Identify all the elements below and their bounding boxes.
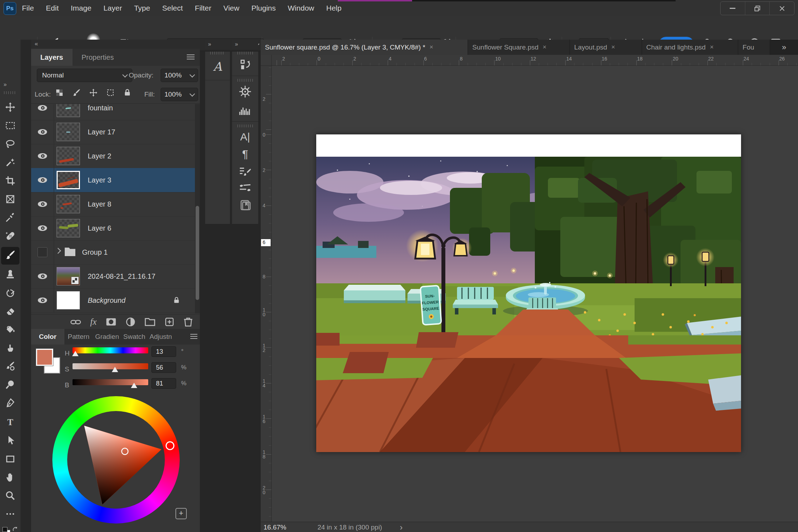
link-layers-icon[interactable] — [70, 317, 81, 326]
tab-close-icon[interactable]: × — [611, 44, 615, 51]
more-tools-ellipsis-icon[interactable] — [5, 509, 16, 519]
saturation-slider[interactable] — [73, 363, 148, 369]
layer-name[interactable]: Layer 2 — [88, 144, 111, 168]
paint-bucket-tool[interactable] — [5, 324, 16, 335]
layer-name[interactable]: 2024-08-21_21.16.17 — [88, 264, 155, 288]
tab-fountain-clipped[interactable]: Fou — [738, 40, 770, 55]
tab-overflow-chevrons[interactable]: » — [770, 40, 798, 55]
tab-layout[interactable]: Layout.psd × — [570, 40, 642, 55]
default-colors-icon[interactable] — [2, 527, 10, 532]
layer-thumbnail[interactable] — [57, 195, 80, 213]
layer-name[interactable]: Background — [88, 288, 126, 312]
histogram-panel-icon[interactable] — [232, 106, 258, 116]
canvas-image[interactable]: SUN- FLOWER SQUARE — [316, 157, 741, 452]
blend-mode-select[interactable]: Normal — [37, 69, 132, 82]
layer-mask-icon[interactable] — [106, 317, 116, 326]
visibility-eye-icon[interactable] — [38, 297, 47, 303]
visibility-eye-icon[interactable] — [38, 201, 47, 207]
dock-expand-chevrons[interactable]: » — [205, 40, 230, 49]
layer-row-3-selected[interactable]: Layer 3 — [31, 168, 200, 192]
layer-effects-fx-icon[interactable]: fx — [90, 317, 97, 327]
version-history-panel-icon[interactable] — [232, 59, 258, 71]
layer-row-smart-object[interactable]: 2024-08-21_21.16.17 — [31, 264, 200, 289]
menu-view[interactable]: View — [224, 4, 239, 12]
path-selection-tool[interactable] — [5, 435, 16, 446]
navigator-ship-wheel-icon[interactable] — [232, 85, 258, 98]
layer-thumbnail[interactable] — [57, 219, 80, 237]
hue-slider[interactable] — [73, 347, 148, 353]
smudge-tool[interactable] — [5, 342, 16, 353]
add-swatch-button[interactable]: + — [175, 508, 187, 519]
spot-healing-brush-tool[interactable] — [5, 231, 16, 241]
color-wheel-triangle[interactable] — [52, 396, 180, 524]
status-chevron[interactable]: › — [400, 522, 403, 532]
layer-row-17[interactable]: Layer 17 — [31, 120, 200, 144]
layers-scrollbar-thumb[interactable] — [196, 206, 199, 300]
restore-button[interactable] — [745, 2, 770, 15]
delete-layer-trash-icon[interactable] — [184, 317, 193, 327]
eyedropper-tool[interactable] — [5, 212, 16, 223]
rectangular-marquee-tool[interactable] — [5, 120, 16, 131]
type-tool[interactable]: T — [5, 417, 16, 427]
frame-tool[interactable] — [5, 194, 16, 204]
visibility-eye-icon[interactable] — [38, 153, 47, 159]
visibility-eye-icon[interactable] — [38, 273, 47, 279]
brush-tool-selected[interactable] — [5, 250, 16, 260]
color-fg-swatch[interactable] — [36, 349, 53, 366]
tab-close-icon[interactable]: × — [710, 44, 714, 51]
menu-image[interactable]: Image — [71, 4, 91, 12]
visibility-eye-icon[interactable] — [38, 225, 47, 231]
lock-all-icon[interactable] — [123, 88, 132, 97]
tab-gradients[interactable]: Gradien — [93, 333, 121, 341]
visibility-eye-icon[interactable] — [38, 105, 47, 111]
new-group-folder-icon[interactable] — [145, 317, 155, 326]
layer-name[interactable]: Group 1 — [82, 240, 108, 264]
menu-layer[interactable]: Layer — [103, 4, 122, 12]
brightness-value-field[interactable]: 81 — [151, 378, 176, 389]
color-panel-menu-icon[interactable] — [190, 334, 197, 335]
zoom-level-field[interactable]: 16.67% — [264, 524, 286, 531]
visibility-eye-icon[interactable] — [38, 177, 47, 183]
menu-help[interactable]: Help — [326, 4, 341, 12]
photoshop-logo[interactable]: Ps — [4, 2, 16, 15]
character-panel-icon[interactable]: A| — [232, 131, 258, 143]
mixer-brush-tool[interactable] — [5, 361, 16, 371]
layer-row-background[interactable]: Background — [31, 288, 200, 313]
layer-row-2[interactable]: Layer 2 — [31, 144, 200, 168]
paragraph-panel-icon[interactable]: ¶ — [232, 148, 258, 161]
dock-expand-chevrons[interactable]: » — [232, 40, 258, 49]
rectangle-tool[interactable] — [5, 453, 16, 464]
menu-type[interactable]: Type — [134, 4, 150, 12]
panel-menu-icon[interactable] — [187, 54, 195, 55]
menu-filter[interactable]: Filter — [195, 4, 212, 12]
tab-swatches[interactable]: Swatch — [121, 333, 147, 341]
tab-properties[interactable]: Properties — [73, 49, 123, 66]
layer-name[interactable]: Layer 8 — [88, 192, 111, 216]
menu-window[interactable]: Window — [288, 4, 314, 12]
hue-value-field[interactable]: 13 — [151, 346, 176, 357]
history-brush-tool[interactable] — [5, 287, 16, 298]
swap-colors-icon[interactable] — [12, 526, 19, 532]
layer-thumbnail[interactable] — [57, 171, 80, 189]
adjustment-layer-icon[interactable] — [126, 317, 135, 327]
horizontal-ruler[interactable] — [261, 55, 798, 66]
lock-position-icon[interactable] — [89, 88, 98, 97]
brightness-slider-handle[interactable] — [131, 383, 137, 388]
layer-row-8[interactable]: Layer 8 — [31, 192, 200, 216]
layer-name[interactable]: Layer 3 — [88, 168, 111, 192]
visibility-eye-icon[interactable] — [38, 129, 47, 135]
brushes-panel-icon[interactable] — [232, 183, 258, 193]
tab-sunflower-square-active[interactable]: Sunflower square.psd @ 16.7% (Layer 3, C… — [261, 40, 468, 55]
lock-artboard-icon[interactable] — [106, 88, 115, 97]
glyphs-panel-icon[interactable]: A — [205, 59, 230, 74]
layer-thumbnail[interactable] — [57, 147, 80, 165]
clone-stamp-tool[interactable] — [5, 269, 16, 279]
tab-adjustments[interactable]: Adjustn — [148, 333, 174, 341]
saturation-value-field[interactable]: 56 — [151, 362, 176, 373]
group-expand-chevron-icon[interactable] — [55, 248, 61, 254]
dodge-tool[interactable] — [5, 379, 16, 390]
menu-edit[interactable]: Edit — [46, 4, 59, 12]
hand-tool[interactable] — [5, 472, 16, 482]
saturation-slider-handle[interactable] — [112, 367, 118, 372]
zoom-tool[interactable] — [5, 490, 16, 501]
